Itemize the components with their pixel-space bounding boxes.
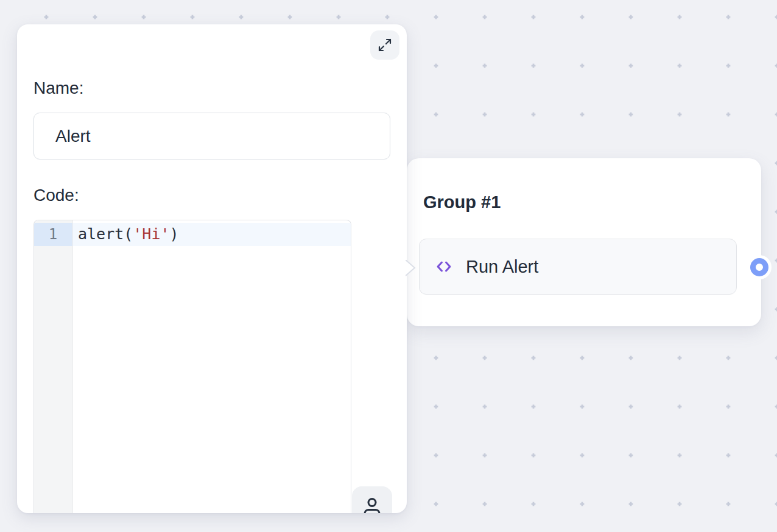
expand-button[interactable] [370, 30, 399, 60]
code-editor[interactable]: 1 alert('Hi') [33, 220, 351, 513]
code-text[interactable]: alert('Hi') [72, 223, 351, 246]
name-input[interactable] [33, 113, 390, 159]
code-icon [434, 258, 454, 275]
output-handle-ring [750, 258, 768, 276]
node-editor-panel: Name: Code: 1 alert('Hi') [17, 24, 407, 513]
line-number: 1 [34, 223, 72, 246]
group-title: Group #1 [423, 192, 501, 212]
code-token-plain: ) [170, 225, 179, 243]
group-card[interactable]: Group #1 Run Alert [407, 158, 761, 326]
code-token-string: 'Hi' [133, 225, 169, 243]
panel-pointer-arrow [406, 260, 418, 277]
code-label: Code: [33, 186, 79, 205]
output-handle[interactable] [747, 255, 772, 279]
user-button[interactable] [352, 486, 392, 513]
editor-gutter [34, 220, 72, 513]
expand-icon [378, 38, 392, 52]
node-label: Run Alert [466, 257, 538, 277]
code-token-plain: alert( [78, 225, 133, 243]
user-icon [361, 496, 383, 513]
name-label: Name: [33, 79, 83, 98]
code-line[interactable]: 1 alert('Hi') [34, 223, 351, 246]
run-alert-node[interactable]: Run Alert [419, 239, 737, 295]
